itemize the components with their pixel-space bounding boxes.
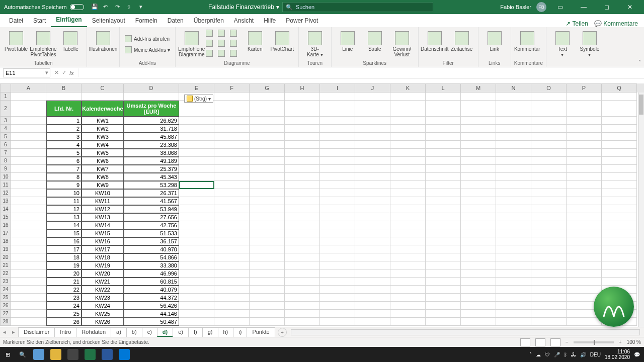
zoom-slider[interactable] (574, 341, 614, 343)
cell[interactable]: 45.687 (124, 133, 179, 141)
chart-type-icon[interactable] (206, 40, 213, 47)
cell[interactable] (567, 237, 602, 245)
cell[interactable] (82, 93, 124, 101)
cell[interactable] (531, 269, 567, 278)
cell[interactable] (567, 221, 602, 229)
cell[interactable] (461, 141, 496, 149)
cell[interactable] (461, 229, 496, 237)
cell[interactable] (320, 278, 355, 286)
cell[interactable] (390, 253, 426, 261)
cell[interactable] (214, 157, 250, 165)
cell[interactable] (320, 302, 355, 310)
maximize-button[interactable]: ◻ (598, 0, 616, 14)
cell[interactable] (11, 294, 46, 302)
cell[interactable] (567, 173, 602, 181)
cell[interactable] (355, 141, 390, 149)
zoom-out-button[interactable]: − (566, 339, 569, 345)
row-header[interactable]: 5 (0, 133, 11, 141)
cell[interactable]: 19 (46, 261, 82, 269)
ribbon-illustrationen[interactable]: Illustrationen (90, 29, 116, 65)
cell[interactable] (250, 141, 285, 149)
cell[interactable] (390, 93, 426, 101)
cell[interactable] (461, 318, 496, 326)
cell[interactable] (179, 165, 214, 173)
cell[interactable] (320, 269, 355, 278)
bluetooth-icon[interactable]: ᛒ (564, 352, 567, 357)
cell[interactable]: KW19 (82, 261, 124, 269)
cell[interactable] (285, 213, 320, 221)
cell[interactable] (320, 133, 355, 141)
row-header[interactable]: 24 (0, 286, 11, 294)
sheet-tab[interactable]: b) (126, 327, 142, 337)
row-header[interactable]: 28 (0, 318, 11, 326)
cell[interactable] (214, 141, 250, 149)
cell[interactable]: 56.426 (124, 302, 179, 310)
cell[interactable] (496, 221, 531, 229)
cell[interactable] (602, 237, 637, 245)
row-header[interactable]: 10 (0, 173, 11, 181)
cell[interactable] (355, 286, 390, 294)
cell[interactable] (496, 101, 531, 117)
cell[interactable] (461, 157, 496, 165)
cell[interactable] (320, 117, 355, 125)
cell[interactable] (11, 221, 46, 229)
cell[interactable] (531, 253, 567, 261)
cell[interactable] (250, 133, 285, 141)
cell[interactable] (320, 318, 355, 326)
row-header[interactable]: 19 (0, 245, 11, 253)
cell[interactable] (496, 269, 531, 278)
cell[interactable] (426, 302, 461, 310)
cell[interactable] (179, 133, 214, 141)
onedrive-icon[interactable]: ☁ (536, 352, 541, 357)
cell[interactable] (179, 278, 214, 286)
cell[interactable] (320, 157, 355, 165)
cell[interactable]: 1 (46, 117, 82, 125)
cell[interactable] (602, 269, 637, 278)
volume-icon[interactable]: 🔊 (580, 352, 586, 357)
touch-icon[interactable]: ⎀ (127, 4, 134, 11)
share-button[interactable]: ↗ Teilen (566, 20, 588, 27)
cell[interactable]: Umsatz pro Woche[EUR] (124, 101, 179, 117)
cell[interactable] (179, 197, 214, 205)
cell[interactable]: 44.372 (124, 294, 179, 302)
cell[interactable] (250, 269, 285, 278)
cell[interactable] (320, 286, 355, 294)
cell[interactable] (320, 125, 355, 133)
cell[interactable] (531, 93, 567, 101)
cell[interactable] (426, 253, 461, 261)
cell[interactable] (461, 310, 496, 318)
col-header[interactable]: Q (602, 83, 637, 93)
cell[interactable] (285, 165, 320, 173)
cell[interactable] (567, 181, 602, 189)
col-header[interactable]: L (426, 83, 461, 93)
cell[interactable] (214, 205, 250, 213)
cell[interactable] (179, 294, 214, 302)
cell[interactable] (602, 173, 637, 181)
cell[interactable]: 23.308 (124, 141, 179, 149)
cell[interactable] (250, 310, 285, 318)
cell[interactable]: KW20 (82, 269, 124, 278)
cell[interactable] (11, 318, 46, 326)
sheet-tab[interactable]: a) (111, 327, 127, 337)
cell[interactable]: 27.656 (124, 213, 179, 221)
view-layout-button[interactable] (535, 338, 545, 346)
cell[interactable] (285, 181, 320, 189)
cell[interactable]: 25 (46, 310, 82, 318)
cell[interactable] (426, 133, 461, 141)
cell[interactable]: 46.996 (124, 269, 179, 278)
cell[interactable] (214, 245, 250, 253)
avatar[interactable]: FB (536, 2, 546, 12)
sheet-tab[interactable]: f) (188, 327, 203, 337)
cell[interactable] (355, 310, 390, 318)
cell[interactable]: 16 (46, 237, 82, 245)
tab-datei[interactable]: Datei (4, 15, 28, 27)
cell[interactable] (179, 245, 214, 253)
add-sheet-button[interactable]: + (278, 328, 287, 337)
cell[interactable] (285, 278, 320, 286)
row-header[interactable]: 3 (0, 117, 11, 125)
cell[interactable] (426, 117, 461, 125)
cell[interactable] (461, 125, 496, 133)
row-header[interactable]: 23 (0, 278, 11, 286)
cell[interactable] (496, 310, 531, 318)
cell[interactable] (355, 237, 390, 245)
